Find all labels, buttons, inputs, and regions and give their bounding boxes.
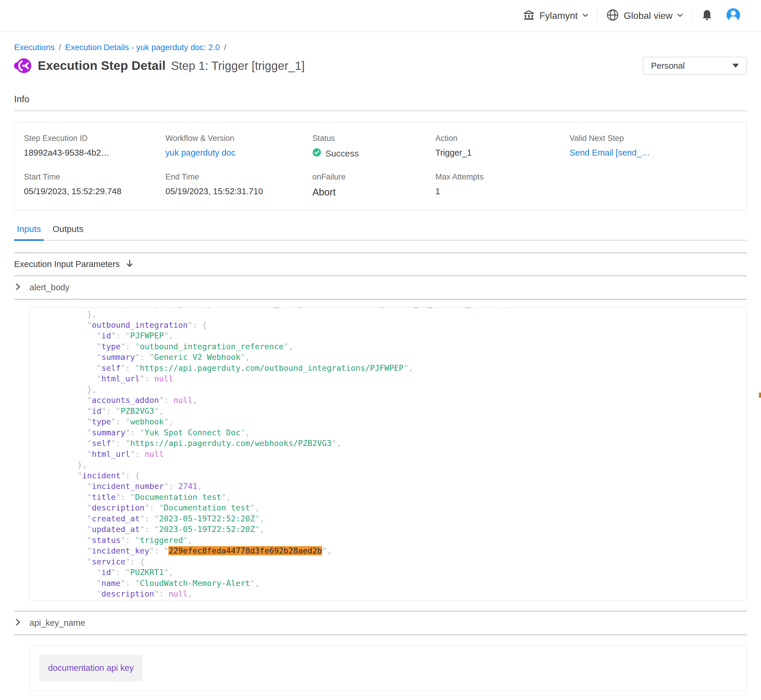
info-card: Step Execution ID 18992a43-9538-4b2… Wor… — [14, 122, 747, 211]
chevron-down-icon — [677, 13, 683, 18]
field-value: Abort — [312, 187, 435, 198]
alert-body-label: alert_body — [30, 283, 69, 292]
download-arrow-icon[interactable] — [126, 259, 134, 269]
field-valid-next-step: Valid Next Step Send Email [send_… — [570, 134, 737, 159]
scope-select[interactable]: Personal — [643, 57, 747, 75]
user-avatar[interactable] — [726, 8, 741, 23]
tab-bar: Inputs Outputs — [14, 224, 747, 241]
org-switcher[interactable]: Fylamynt — [523, 9, 588, 22]
field-label: Valid Next Step — [570, 134, 737, 143]
scrollbar-search-marker[interactable] — [759, 392, 761, 398]
view-switcher[interactable]: Global view — [606, 9, 683, 23]
api-key-name-chip: documentation api key — [39, 655, 142, 681]
api-key-name-label: api_key_name — [30, 618, 85, 628]
page-content: Executions / Execution Details - yuk pag… — [0, 43, 761, 700]
workflow-step-icon — [14, 57, 31, 74]
api-key-name-value-box: documentation api key — [30, 645, 747, 691]
field-label: Workflow & Version — [166, 134, 312, 143]
tab-inputs[interactable]: Inputs — [14, 224, 44, 241]
field-status: Status Success — [312, 134, 435, 159]
field-label: Action — [435, 134, 570, 143]
json-code: "https://api.pagerduty.com/outbound_inte… — [49, 308, 747, 601]
field-step-execution-id: Step Execution ID 18992a43-9538-4b2… — [24, 134, 166, 159]
field-value: 1 — [435, 187, 570, 196]
field-label: End Time — [166, 172, 312, 181]
api-key-name-row[interactable]: api_key_name — [14, 612, 747, 635]
breadcrumb-execution-details-link[interactable]: Execution Details - yuk pagerduty doc: 2… — [65, 43, 220, 52]
field-value: Trigger_1 — [435, 148, 570, 158]
field-on-failure: onFailure Abort — [312, 172, 435, 198]
field-value: 05/19/2023, 15:52:29.748 — [24, 187, 166, 196]
chevron-right-icon — [14, 618, 22, 628]
globe-icon — [606, 9, 619, 23]
page-title: Execution Step Detail — [38, 59, 166, 73]
parameters-heading: Execution Input Parameters — [14, 259, 120, 269]
status-text: Success — [325, 148, 359, 159]
breadcrumb-separator: / — [59, 43, 61, 52]
field-action: Action Trigger_1 — [435, 134, 570, 159]
org-label: Fylamynt — [540, 10, 578, 21]
caret-down-icon — [733, 64, 739, 68]
next-step-link[interactable]: Send Email [send_… — [570, 148, 650, 158]
notifications-bell-icon[interactable] — [701, 9, 713, 23]
page-subtitle: Step 1: Trigger [trigger_1] — [171, 59, 305, 72]
code-block[interactable]: "https://api.pagerduty.com/outbound_inte… — [30, 308, 747, 601]
bank-icon — [523, 9, 535, 22]
topbar-divider — [692, 9, 692, 22]
field-value: 18992a43-9538-4b2… — [24, 148, 166, 158]
page-header: Execution Step Detail Step 1: Trigger [t… — [14, 57, 747, 75]
field-workflow-version: Workflow & Version yuk pagerduty doc — [166, 134, 312, 159]
alert-body-row[interactable]: alert_body — [14, 276, 747, 300]
field-label: Step Execution ID — [24, 134, 166, 143]
top-bar: Fylamynt Global view — [0, 0, 761, 31]
field-value: 05/19/2023, 15:52:31.710 — [166, 187, 312, 196]
scope-select-value: Personal — [651, 61, 684, 71]
field-label: onFailure — [312, 172, 435, 181]
field-label: Start Time — [24, 172, 166, 181]
field-label: Status — [312, 134, 435, 143]
chevron-right-icon — [14, 283, 22, 292]
breadcrumb: Executions / Execution Details - yuk pag… — [14, 43, 747, 52]
workflow-link[interactable]: yuk pagerduty doc — [166, 148, 235, 158]
tab-outputs[interactable]: Outputs — [51, 224, 85, 240]
chevron-down-icon — [582, 13, 588, 18]
breadcrumb-separator: / — [224, 43, 226, 52]
view-label: Global view — [624, 10, 673, 21]
info-divider — [14, 111, 747, 111]
execution-input-parameters-header: Execution Input Parameters — [14, 253, 747, 276]
success-check-icon — [312, 148, 321, 159]
breadcrumb-executions-link[interactable]: Executions — [14, 43, 55, 52]
field-end-time: End Time 05/19/2023, 15:52:31.710 — [166, 172, 312, 198]
topbar-divider — [597, 9, 597, 22]
field-label: Max Attempts — [435, 172, 570, 181]
field-start-time: Start Time 05/19/2023, 15:52:29.748 — [24, 172, 166, 198]
info-heading: Info — [14, 94, 747, 105]
field-max-attempts: Max Attempts 1 — [435, 172, 570, 198]
